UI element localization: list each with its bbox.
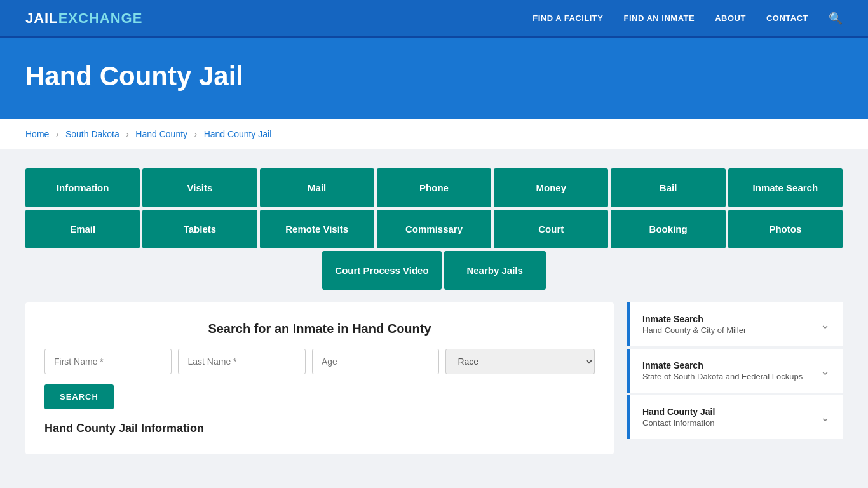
- nav-find-inmate[interactable]: FIND AN INMATE: [623, 13, 695, 23]
- search-button[interactable]: SEARCH: [44, 384, 114, 409]
- race-select[interactable]: Race: [445, 349, 595, 374]
- left-panel: Search for an Inmate in Hand County Race…: [25, 302, 614, 454]
- navbar-links: FIND A FACILITY FIND AN INMATE ABOUT CON…: [532, 11, 843, 25]
- sidebar-card-contact-information[interactable]: Hand County Jail Contact Information ⌄: [627, 395, 843, 439]
- btn-money[interactable]: Money: [494, 168, 608, 207]
- btn-information[interactable]: Information: [25, 168, 140, 207]
- btn-visits[interactable]: Visits: [142, 168, 257, 207]
- hero-banner: Hand County Jail: [0, 38, 868, 119]
- nav-find-facility[interactable]: FIND A FACILITY: [532, 13, 603, 23]
- info-section: Hand County Jail Information: [44, 422, 595, 435]
- btn-email[interactable]: Email: [25, 210, 140, 248]
- main-content: Information Visits Mail Phone Money Bail…: [0, 149, 868, 473]
- btn-remote-visits[interactable]: Remote Visits: [260, 210, 374, 248]
- nav-contact[interactable]: CONTACT: [766, 13, 808, 23]
- btn-court[interactable]: Court: [494, 210, 608, 248]
- breadcrumb-sep-2: ›: [126, 129, 129, 139]
- btn-inmate-search[interactable]: Inmate Search: [728, 168, 843, 207]
- btn-mail[interactable]: Mail: [260, 168, 374, 207]
- info-section-title: Hand County Jail Information: [44, 422, 595, 435]
- chevron-down-icon-1: ⌄: [820, 318, 830, 332]
- breadcrumb-home[interactable]: Home: [25, 129, 49, 139]
- site-logo[interactable]: JAILEXCHANGE: [25, 10, 142, 27]
- search-icon[interactable]: 🔍: [829, 11, 843, 25]
- sidebar-card-text-2: Inmate Search State of South Dakota and …: [642, 360, 803, 381]
- breadcrumb-sep-1: ›: [56, 129, 59, 139]
- nav-buttons-row3: Court Process Video Nearby Jails: [25, 251, 843, 290]
- sidebar-card-text-3: Hand County Jail Contact Information: [642, 407, 715, 428]
- btn-photos[interactable]: Photos: [728, 210, 843, 248]
- btn-nearby-jails[interactable]: Nearby Jails: [444, 251, 546, 290]
- sidebar-card-title-1: Inmate Search: [642, 314, 746, 324]
- nav-buttons-row1: Information Visits Mail Phone Money Bail…: [25, 168, 843, 207]
- logo-jail: JAIL: [25, 10, 58, 26]
- chevron-down-icon-3: ⌄: [820, 410, 830, 424]
- logo-exchange: EXCHANGE: [58, 10, 143, 26]
- btn-tablets[interactable]: Tablets: [142, 210, 257, 248]
- first-name-input[interactable]: [44, 349, 172, 374]
- chevron-down-icon-2: ⌄: [820, 364, 830, 378]
- age-input[interactable]: [312, 349, 439, 374]
- breadcrumb: Home › South Dakota › Hand County › Hand…: [0, 119, 868, 149]
- search-form: Race: [44, 349, 595, 374]
- breadcrumb-hand-county[interactable]: Hand County: [135, 129, 187, 139]
- sidebar-card-title-2: Inmate Search: [642, 360, 803, 370]
- sidebar-card-subtitle-2: State of South Dakota and Federal Lockup…: [642, 372, 803, 381]
- sidebar-card-inmate-search-south-dakota[interactable]: Inmate Search State of South Dakota and …: [627, 349, 843, 393]
- last-name-input[interactable]: [178, 349, 305, 374]
- btn-court-process-video[interactable]: Court Process Video: [322, 251, 441, 290]
- page-title: Hand County Jail: [25, 61, 843, 92]
- sidebar-card-subtitle-1: Hand County & City of Miller: [642, 325, 746, 335]
- nav-about[interactable]: ABOUT: [715, 13, 746, 23]
- breadcrumb-south-dakota[interactable]: South Dakota: [65, 129, 119, 139]
- content-area: Search for an Inmate in Hand County Race…: [25, 302, 843, 454]
- btn-bail[interactable]: Bail: [611, 168, 725, 207]
- breadcrumb-current: Hand County Jail: [204, 129, 272, 139]
- nav-buttons-row2: Email Tablets Remote Visits Commissary C…: [25, 210, 843, 248]
- sidebar-card-text-1: Inmate Search Hand County & City of Mill…: [642, 314, 746, 335]
- navbar: JAILEXCHANGE FIND A FACILITY FIND AN INM…: [0, 0, 868, 38]
- right-panel: Inmate Search Hand County & City of Mill…: [627, 302, 843, 442]
- btn-phone[interactable]: Phone: [377, 168, 491, 207]
- btn-booking[interactable]: Booking: [611, 210, 725, 248]
- search-form-title: Search for an Inmate in Hand County: [44, 322, 595, 336]
- btn-commissary[interactable]: Commissary: [377, 210, 491, 248]
- breadcrumb-sep-3: ›: [194, 129, 198, 139]
- sidebar-card-title-3: Hand County Jail: [642, 407, 715, 417]
- sidebar-card-inmate-search-hand-county[interactable]: Inmate Search Hand County & City of Mill…: [627, 302, 843, 346]
- sidebar-card-subtitle-3: Contact Information: [642, 418, 715, 428]
